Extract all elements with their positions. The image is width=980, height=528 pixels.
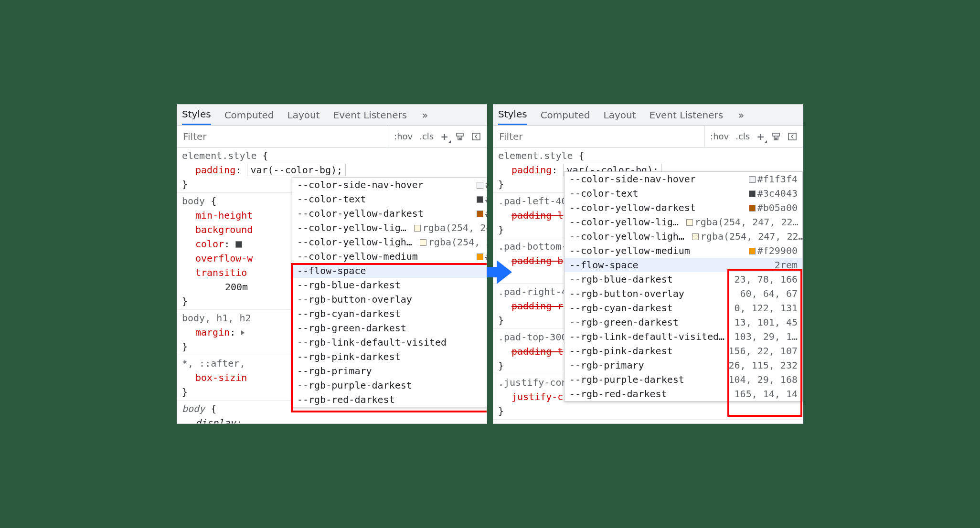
autocomplete-item[interactable]: --rgb-red-darkest [292, 392, 487, 407]
cls-toggle[interactable]: .cls [419, 131, 434, 141]
tab-event-listeners[interactable]: Event Listeners [333, 109, 407, 121]
styles-toolbar: :hov .cls + [177, 126, 487, 148]
tabs-row: Styles Computed Layout Event Listeners » [493, 105, 803, 126]
tab-styles[interactable]: Styles [498, 105, 527, 125]
autocomplete-item[interactable]: --color-yellow-lig…rgba(254, 247, 22… [565, 215, 802, 229]
brush-icon[interactable] [455, 132, 465, 141]
color-swatch-icon [477, 253, 483, 260]
autocomplete-item[interactable]: --flow-space2rem [565, 258, 802, 272]
autocomplete-item[interactable]: --color-yellow-medium#f29900 [565, 243, 802, 258]
autocomplete-item[interactable]: --rgb-green-darkest13, 101, 45 [565, 315, 802, 329]
color-swatch-icon [414, 225, 421, 232]
autocomplete-item[interactable]: --color-text#3c4043 [292, 192, 487, 206]
svg-rect-0 [472, 133, 480, 140]
autocomplete-item[interactable]: --rgb-pink-darkest [292, 349, 487, 364]
panel-toggle-icon[interactable] [471, 132, 481, 141]
value-input[interactable]: var(--color-bg); [247, 164, 346, 176]
tabs-overflow-icon[interactable]: » [422, 109, 428, 121]
autocomplete-item[interactable]: --color-yellow-lig…rgba(254, 247, 22… [292, 221, 487, 235]
autocomplete-item[interactable]: --rgb-blue-darkest [292, 278, 487, 292]
autocomplete-popup[interactable]: --color-side-nav-hover#f1f3f4--color-tex… [564, 171, 803, 401]
tab-computed[interactable]: Computed [541, 109, 590, 121]
tab-styles[interactable]: Styles [182, 105, 211, 125]
svg-rect-2 [788, 133, 796, 140]
color-swatch-icon [686, 219, 693, 226]
color-swatch-icon [477, 211, 483, 217]
color-swatch-icon [477, 196, 483, 203]
autocomplete-item[interactable]: --color-yellow-medium#f29900 [292, 249, 487, 264]
hov-toggle[interactable]: :hov [394, 131, 413, 141]
color-swatch-icon [692, 233, 699, 240]
color-swatch-icon [749, 205, 756, 211]
autocomplete-item[interactable]: --flow-space [292, 264, 487, 278]
devtools-styles-panel-after: Styles Computed Layout Event Listeners »… [493, 104, 803, 424]
autocomplete-item[interactable]: --rgb-blue-darkest23, 78, 166 [565, 272, 802, 286]
filter-input[interactable] [177, 126, 388, 147]
autocomplete-item[interactable]: --rgb-cyan-darkest0, 122, 131 [565, 301, 802, 315]
panel-toggle-icon[interactable] [788, 132, 797, 141]
autocomplete-item[interactable]: --rgb-green-darkest [292, 321, 487, 335]
styles-toolbar: :hov .cls + [493, 126, 803, 148]
tab-computed[interactable]: Computed [224, 109, 274, 121]
hov-toggle[interactable]: :hov [710, 131, 729, 141]
color-swatch-icon [749, 248, 756, 254]
color-swatch-icon [420, 239, 426, 246]
brush-icon[interactable] [771, 132, 781, 141]
new-style-rule-button[interactable]: + [440, 131, 448, 142]
tabs-overflow-icon[interactable]: » [738, 109, 744, 121]
autocomplete-item[interactable]: --rgb-pink-darkest156, 22, 107 [565, 344, 802, 358]
tab-layout[interactable]: Layout [604, 109, 636, 121]
autocomplete-item[interactable]: --color-yellow-darkest#b05a00 [292, 206, 487, 221]
autocomplete-item[interactable]: --rgb-link-default-visited [292, 335, 487, 349]
autocomplete-item[interactable]: --color-yellow-ligh…rgba(254, 247, 22… [292, 235, 487, 249]
tab-event-listeners[interactable]: Event Listeners [650, 109, 724, 121]
tabs-row: Styles Computed Layout Event Listeners » [177, 105, 487, 126]
autocomplete-item[interactable]: --rgb-purple-darkest [292, 378, 487, 392]
autocomplete-item[interactable]: --color-side-nav-hover#f1f3f4 [565, 172, 802, 186]
autocomplete-popup[interactable]: --color-side-nav-hover#f1f3f4--color-tex… [292, 177, 487, 407]
color-swatch-icon [749, 176, 756, 183]
devtools-styles-panel-before: Styles Computed Layout Event Listeners »… [177, 104, 487, 424]
autocomplete-item[interactable]: --color-side-nav-hover#f1f3f4 [292, 178, 487, 192]
autocomplete-item[interactable]: --rgb-purple-darkest104, 29, 168 [565, 372, 802, 387]
autocomplete-item[interactable]: --rgb-cyan-darkest [292, 306, 487, 321]
cls-toggle[interactable]: .cls [735, 131, 750, 141]
autocomplete-item[interactable]: --rgb-button-overlay [292, 292, 487, 306]
autocomplete-item[interactable]: --color-text#3c4043 [565, 186, 802, 201]
autocomplete-item[interactable]: --rgb-primary26, 115, 232 [565, 358, 802, 372]
autocomplete-item[interactable]: --rgb-primary [292, 364, 487, 378]
tab-layout[interactable]: Layout [288, 109, 320, 121]
autocomplete-item[interactable]: --color-yellow-darkest#b05a00 [565, 201, 802, 215]
color-swatch-icon [477, 182, 483, 189]
autocomplete-item[interactable]: --rgb-red-darkest165, 14, 14 [565, 387, 802, 401]
expand-icon[interactable] [241, 330, 245, 335]
autocomplete-item[interactable]: --rgb-link-default-visited…103, 29, 1… [565, 329, 802, 344]
autocomplete-item[interactable]: --rgb-button-overlay60, 64, 67 [565, 286, 802, 301]
rule-display-flex[interactable]: .display-fle [493, 420, 803, 423]
autocomplete-item[interactable]: --color-yellow-ligh…rgba(254, 247, 22… [565, 229, 802, 243]
color-swatch-icon [749, 190, 756, 197]
new-style-rule-button[interactable]: + [756, 131, 765, 142]
prop-padding[interactable]: padding [195, 164, 235, 176]
filter-input[interactable] [493, 126, 704, 147]
